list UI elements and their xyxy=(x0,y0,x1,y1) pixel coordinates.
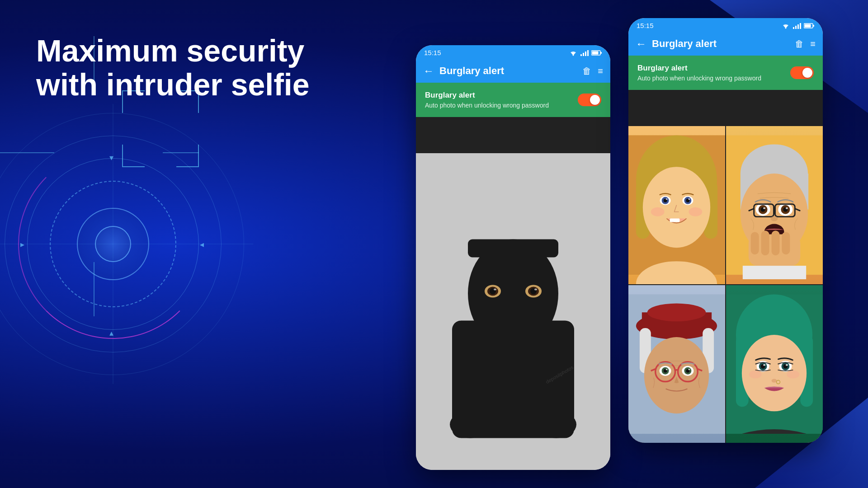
heading-line1: Maximum security xyxy=(36,34,310,68)
svg-point-48 xyxy=(651,207,665,216)
svg-point-42 xyxy=(666,198,668,200)
radar-cross-vertical xyxy=(113,104,113,384)
phone-right-app-bar: ← Burglary alert 🗑 ≡ xyxy=(628,32,823,56)
photo-grid xyxy=(628,126,823,443)
svg-rect-76 xyxy=(743,266,806,279)
svg-point-22 xyxy=(450,411,491,438)
radar-arrow-bottom: ▴ xyxy=(109,329,113,337)
status-time-right: 15:15 xyxy=(637,22,654,29)
status-icons-right xyxy=(781,23,815,29)
alert-text-left: Burglary alert Auto photo when unlocking… xyxy=(425,91,578,109)
back-button-left[interactable]: ← xyxy=(423,65,434,77)
toggle-knob-right xyxy=(802,68,812,78)
battery-icon-right xyxy=(804,23,815,28)
photo-cell-young-woman xyxy=(726,285,823,443)
wifi-icon-right xyxy=(781,23,790,29)
svg-point-112 xyxy=(772,379,777,382)
svg-rect-26 xyxy=(793,27,794,29)
phone-right-status-bar: 15:15 xyxy=(628,18,823,32)
signal-icon xyxy=(580,50,589,56)
app-bar-icons-left: 🗑 ≡ xyxy=(582,66,603,76)
main-heading: Maximum security with intruder selfie xyxy=(36,34,310,102)
svg-point-91 xyxy=(688,369,690,370)
girl-face-svg xyxy=(628,126,725,284)
radar-arrow-left: ▸ xyxy=(20,240,24,249)
alert-subtitle-right: Auto photo when unlocking wrong password xyxy=(637,75,790,82)
dark-section-left xyxy=(416,117,610,153)
toggle-right[interactable] xyxy=(790,66,814,79)
app-bar-title-left: Burglary alert xyxy=(439,65,582,77)
intruder-photo: depositphotos xyxy=(416,153,610,470)
svg-rect-2 xyxy=(583,53,584,56)
svg-point-23 xyxy=(536,411,576,438)
app-bar-title-right: Burglary alert xyxy=(652,38,795,50)
signal-icon-right xyxy=(793,23,801,29)
phones-container: 15:15 xyxy=(393,18,845,470)
phone-right-screen: 15:15 xyxy=(628,18,823,443)
svg-point-63 xyxy=(786,207,788,209)
svg-rect-21 xyxy=(468,239,558,258)
svg-rect-73 xyxy=(761,230,769,255)
svg-point-87 xyxy=(666,369,668,370)
svg-rect-74 xyxy=(772,230,780,255)
status-icons-left xyxy=(569,50,602,56)
app-bar-icons-right: 🗑 ≡ xyxy=(795,39,816,49)
svg-rect-27 xyxy=(795,26,797,29)
delete-icon-right[interactable]: 🗑 xyxy=(795,39,804,49)
menu-icon-left[interactable]: ≡ xyxy=(598,66,603,76)
young-woman-face-svg xyxy=(726,285,823,443)
svg-point-16 xyxy=(494,289,496,291)
toggle-left[interactable] xyxy=(578,94,601,106)
svg-point-0 xyxy=(573,54,574,56)
alert-title-right: Burglary alert xyxy=(637,64,790,73)
svg-point-38 xyxy=(643,167,710,248)
intruder-figure-svg: depositphotos xyxy=(416,153,610,470)
phone-left-app-bar: ← Burglary alert 🗑 ≡ xyxy=(416,59,610,83)
toggle-knob-left xyxy=(590,95,600,105)
cross-line-bottom xyxy=(94,262,94,316)
svg-rect-28 xyxy=(797,24,799,29)
svg-point-25 xyxy=(785,27,787,28)
svg-point-111 xyxy=(786,364,788,366)
back-button-right[interactable]: ← xyxy=(636,38,646,50)
svg-point-83 xyxy=(644,337,709,413)
svg-point-59 xyxy=(763,207,765,209)
svg-point-107 xyxy=(763,364,765,366)
menu-icon-right[interactable]: ≡ xyxy=(810,39,816,49)
svg-rect-29 xyxy=(800,23,801,29)
svg-rect-4 xyxy=(587,50,589,56)
svg-rect-72 xyxy=(751,232,759,254)
photo-cell-old-man xyxy=(726,126,823,284)
svg-point-49 xyxy=(689,207,702,216)
phone-right: 15:15 xyxy=(628,18,823,443)
svg-point-69 xyxy=(771,216,778,221)
bracket-bottom-left xyxy=(122,145,145,167)
cross-line-left xyxy=(0,152,54,153)
svg-rect-32 xyxy=(805,24,811,27)
phone-left: 15:15 xyxy=(416,45,610,470)
svg-rect-1 xyxy=(580,54,582,56)
svg-point-115 xyxy=(787,370,799,378)
radar-arrow-top: ▾ xyxy=(109,154,113,162)
svg-rect-47 xyxy=(670,219,680,222)
old-man-face-svg xyxy=(726,126,823,284)
alert-title-left: Burglary alert xyxy=(425,91,578,100)
alert-subtitle-left: Auto photo when unlocking wrong password xyxy=(425,102,578,109)
svg-rect-3 xyxy=(585,52,586,56)
alert-section-right: Burglary alert Auto photo when unlocking… xyxy=(628,56,823,90)
status-time-left: 15:15 xyxy=(424,49,441,56)
delete-icon-left[interactable]: 🗑 xyxy=(582,66,591,76)
svg-point-114 xyxy=(749,370,762,378)
svg-rect-31 xyxy=(813,25,814,27)
battery-icon xyxy=(591,50,602,56)
svg-rect-6 xyxy=(600,52,602,54)
svg-rect-7 xyxy=(592,51,599,54)
radar-arrow-right: ◂ xyxy=(200,240,204,249)
svg-point-20 xyxy=(534,289,537,291)
photo-cell-girl xyxy=(628,126,725,284)
alert-text-right: Burglary alert Auto photo when unlocking… xyxy=(637,64,790,82)
cross-line-right xyxy=(163,152,199,153)
heading-line2: with intruder selfie xyxy=(36,68,310,102)
old-woman-face-svg xyxy=(628,285,725,443)
bracket-bottom-right xyxy=(176,145,199,167)
